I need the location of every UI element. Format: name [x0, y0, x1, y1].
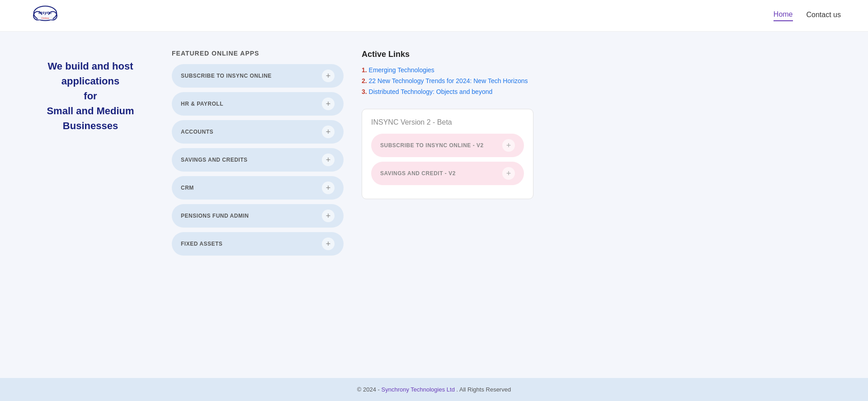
app-item-savings-credits[interactable]: SAVINGS AND CREDITS +: [172, 148, 344, 172]
app-item-crm[interactable]: CRM +: [172, 176, 344, 200]
nav-home[interactable]: Home: [774, 10, 793, 21]
app-expand-hr-payroll[interactable]: +: [322, 98, 335, 110]
footer-rights: . All Rights Reserved: [457, 386, 511, 393]
beta-expand-subscribe-v2[interactable]: +: [502, 139, 515, 152]
beta-item-savings-credit-v2[interactable]: SAVINGS AND CREDIT - V2 +: [371, 162, 524, 185]
active-link-3: 3. Distributed Technology: Objects and b…: [362, 88, 533, 95]
hero-panel: We build and host applications for Small…: [27, 50, 154, 360]
nav-contact[interactable]: Contact us: [807, 11, 841, 21]
app-expand-savings-credits[interactable]: +: [322, 154, 335, 166]
footer-copy: © 2024 -: [357, 386, 380, 393]
app-item-fixed-assets[interactable]: FIXED ASSETS +: [172, 232, 344, 256]
app-item-subscribe-insync[interactable]: SUBSCRIBE TO INSYNC ONLINE +: [172, 64, 344, 88]
featured-apps-title: FEATURED ONLINE APPS: [172, 50, 344, 57]
featured-apps-panel: FEATURED ONLINE APPS SUBSCRIBE TO INSYNC…: [172, 50, 344, 360]
app-expand-accounts[interactable]: +: [322, 126, 335, 138]
logo[interactable]: insync Online: [27, 3, 63, 28]
active-link-1-anchor[interactable]: Emerging Technologies: [369, 66, 434, 74]
right-panel: Active Links 1. Emerging Technologies 2.…: [362, 50, 533, 360]
footer-company-link[interactable]: Synchrony Technologies Ltd: [382, 386, 455, 393]
beta-expand-savings-credit-v2[interactable]: +: [502, 167, 515, 180]
app-expand-fixed-assets[interactable]: +: [322, 238, 335, 250]
header: insync Online Home Contact us: [0, 0, 868, 32]
app-item-pensions-fund[interactable]: PENSIONS FUND ADMIN +: [172, 204, 344, 228]
active-links-list: 1. Emerging Technologies 2. 22 New Techn…: [362, 66, 533, 95]
hero-text: We build and host applications for Small…: [27, 59, 154, 133]
app-item-accounts[interactable]: ACCOUNTS +: [172, 120, 344, 144]
beta-title: INSYNC Version 2 - Beta: [371, 118, 524, 126]
active-link-2: 2. 22 New Technology Trends for 2024: Ne…: [362, 77, 533, 84]
app-expand-crm[interactable]: +: [322, 182, 335, 194]
footer: © 2024 - Synchrony Technologies Ltd . Al…: [0, 378, 868, 401]
app-item-hr-payroll[interactable]: HR & PAYROLL +: [172, 92, 344, 116]
svg-text:Online: Online: [41, 17, 49, 19]
beta-item-subscribe-v2[interactable]: SUBSCRIBE TO INSYNC ONLINE - V2 +: [371, 134, 524, 157]
active-link-3-anchor[interactable]: Distributed Technology: Objects and beyo…: [369, 88, 493, 95]
active-link-1: 1. Emerging Technologies: [362, 66, 533, 74]
main-content: We build and host applications for Small…: [0, 32, 868, 378]
svg-text:insync: insync: [38, 10, 52, 15]
beta-box: INSYNC Version 2 - Beta SUBSCRIBE TO INS…: [362, 109, 533, 199]
main-nav: Home Contact us: [774, 10, 841, 21]
active-links-title: Active Links: [362, 50, 533, 59]
active-link-2-anchor[interactable]: 22 New Technology Trends for 2024: New T…: [369, 77, 528, 84]
app-expand-subscribe-insync[interactable]: +: [322, 70, 335, 82]
app-expand-pensions-fund[interactable]: +: [322, 210, 335, 222]
